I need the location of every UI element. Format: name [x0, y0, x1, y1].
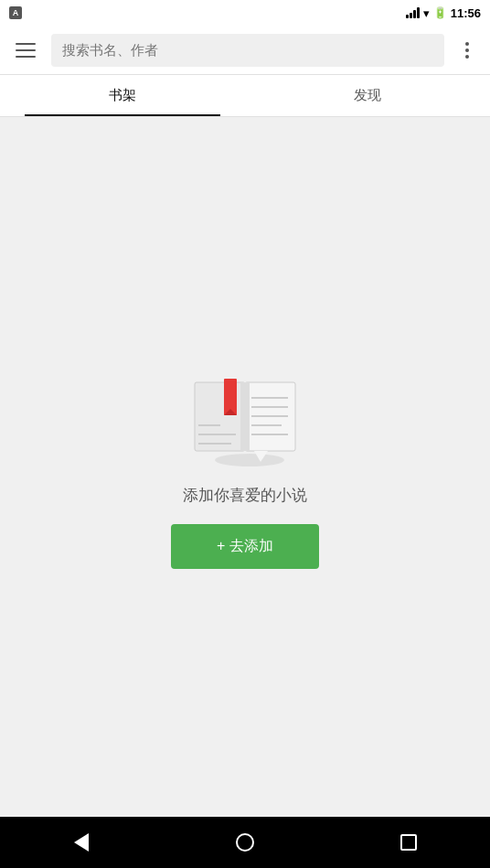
svg-rect-1	[195, 382, 245, 451]
status-time: 11:56	[451, 6, 481, 20]
menu-icon	[16, 43, 36, 45]
main-content: 添加你喜爱的小说 + 去添加	[0, 117, 490, 817]
menu-button[interactable]	[9, 34, 42, 67]
more-icon	[465, 55, 469, 59]
top-bar	[0, 26, 490, 75]
status-bar: A ▾ 🔋 11:56	[0, 0, 490, 26]
add-book-button[interactable]: + 去添加	[171, 524, 319, 569]
tab-bookshelf[interactable]: 书架	[0, 75, 245, 116]
signal-icon	[406, 7, 420, 18]
app-icon: A	[9, 6, 22, 19]
recent-button[interactable]	[386, 820, 431, 865]
nav-bar	[0, 817, 490, 868]
svg-rect-3	[240, 382, 250, 451]
home-icon	[236, 833, 254, 852]
menu-icon	[16, 56, 36, 58]
empty-state-text: 添加你喜爱的小说	[183, 485, 307, 506]
home-button[interactable]	[222, 820, 268, 865]
tab-discover[interactable]: 发现	[245, 75, 490, 116]
book-svg	[186, 366, 304, 466]
back-icon	[74, 833, 89, 852]
recent-icon	[400, 834, 417, 851]
svg-point-0	[215, 454, 284, 466]
battery-icon: 🔋	[433, 6, 447, 19]
menu-icon	[16, 49, 36, 51]
search-input[interactable]	[51, 34, 444, 67]
tabs: 书架 发现	[0, 75, 490, 117]
status-bar-right: ▾ 🔋 11:56	[406, 6, 481, 20]
more-icon	[465, 42, 469, 46]
status-bar-left: A	[9, 6, 22, 19]
more-icon	[465, 48, 469, 52]
wifi-icon: ▾	[423, 6, 430, 20]
more-button[interactable]	[453, 34, 481, 67]
book-illustration	[186, 366, 304, 466]
back-button[interactable]	[59, 820, 104, 865]
